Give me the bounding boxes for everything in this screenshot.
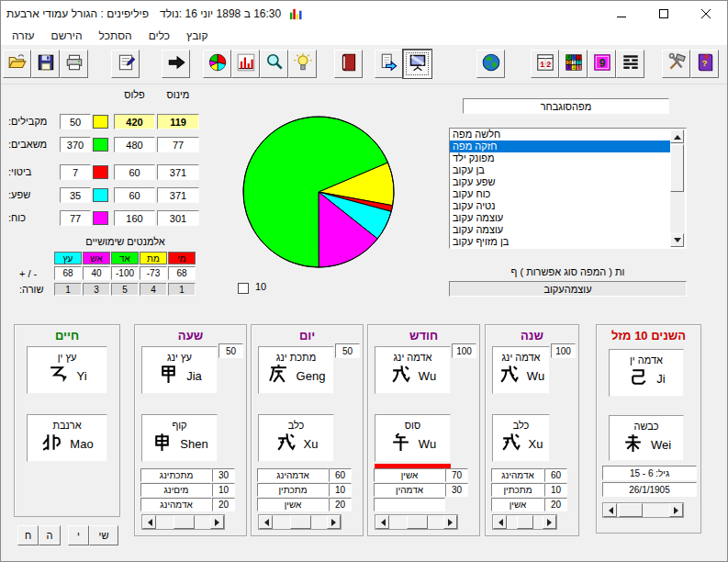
- scrollbar-thumb[interactable]: [407, 515, 428, 529]
- scrollbar-thumb[interactable]: [290, 515, 311, 529]
- menu-item-כלים[interactable]: כלים: [140, 28, 178, 44]
- minus-field: 371: [157, 164, 199, 180]
- menu-item-הירשם[interactable]: הירשם: [43, 28, 91, 44]
- luck-age-range: גיל: 6 - 15: [602, 466, 697, 480]
- toolbar-loshu-button[interactable]: 492357816: [559, 50, 588, 78]
- horizontal-scrollbar[interactable]: [375, 514, 458, 530]
- horizontal-scrollbar[interactable]: [258, 514, 342, 530]
- map-type-list-item[interactable]: עקוב בן: [450, 164, 670, 176]
- export-icon: [379, 52, 399, 76]
- counts-row: כוח:77160301: [8, 210, 212, 226]
- pillar-title: חיים: [15, 329, 119, 343]
- hidden-stem-name: ין אדמה: [374, 483, 445, 497]
- pillar-title: מזל 10 השנים: [597, 329, 700, 343]
- scroll-left-icon[interactable]: [603, 503, 617, 517]
- life-button-3[interactable]: י: [68, 525, 89, 545]
- listbox-scrollbar[interactable]: [670, 129, 685, 247]
- scroll-right-icon[interactable]: [443, 515, 457, 529]
- scroll-right-icon[interactable]: [327, 515, 341, 529]
- map-type-list-item[interactable]: עקוב מזויף בן: [450, 236, 670, 248]
- scroll-right-icon[interactable]: [210, 515, 224, 529]
- pillar-strength-value: 50: [335, 343, 360, 358]
- color-swatch: [93, 188, 108, 202]
- toolbar-report-button[interactable]: [334, 50, 363, 78]
- pillar-title: חודש: [368, 329, 479, 343]
- scroll-left-icon[interactable]: [493, 515, 507, 529]
- minimize-button[interactable]: [600, 1, 643, 27]
- life-button-2[interactable]: ה: [39, 525, 61, 545]
- branch-glyph-row: Xu: [259, 431, 333, 457]
- maximize-button[interactable]: [643, 1, 685, 27]
- stem-glyph-row: Yi: [28, 363, 106, 389]
- svg-text:1: 1: [540, 59, 544, 68]
- menu-item-קובץ[interactable]: קובץ: [178, 28, 216, 44]
- scroll-down-icon[interactable]: [670, 233, 684, 247]
- toolbar-tools-button[interactable]: [662, 50, 690, 78]
- counts-row-label: משאבים:: [8, 139, 47, 150]
- toolbar-help-button[interactable]: ?: [690, 50, 719, 78]
- map-type-list-item[interactable]: עקוב עוצמה: [450, 212, 670, 224]
- toolbar-hexagram-button[interactable]: [616, 50, 644, 78]
- toolbar-export-button[interactable]: [375, 50, 403, 78]
- element-plus-minus-value: 68: [54, 266, 82, 280]
- plus-field: 480: [114, 137, 155, 152]
- map-type-list-item[interactable]: עקוב נטיה: [450, 200, 670, 212]
- life-button-4[interactable]: שי: [89, 525, 118, 545]
- hidden-stem-name: ינג אדמה: [257, 468, 329, 482]
- toolbar-world-button[interactable]: [476, 50, 505, 78]
- map-type-listbox[interactable]: מפה חלשהמפה חזקהילד מפונקעקוב בןעקוב שפע…: [449, 128, 687, 249]
- menu-bar: עזרההירשםהסתכלכליםקובץ: [1, 27, 727, 45]
- branch-element-label: כלב: [493, 420, 549, 431]
- ten-checkbox[interactable]: [238, 283, 249, 294]
- toolbar-nine-star-button[interactable]: 9: [588, 50, 616, 78]
- scroll-left-icon[interactable]: [142, 515, 156, 529]
- toolbar-save-button[interactable]: [31, 50, 60, 78]
- scrollbar-thumb[interactable]: [619, 503, 643, 517]
- close-button[interactable]: [685, 1, 727, 27]
- scroll-up-icon[interactable]: [670, 129, 684, 143]
- toolbar-bar-chart-button[interactable]: [231, 50, 260, 78]
- scrollbar-thumb[interactable]: [517, 515, 533, 529]
- toolbar-properties-button[interactable]: [111, 50, 140, 78]
- scroll-right-icon[interactable]: [669, 503, 683, 517]
- map-type-list-item[interactable]: עקוב שפע: [450, 176, 670, 188]
- toolbar-go-button[interactable]: [162, 50, 190, 78]
- toolbar-zoom-button[interactable]: [260, 50, 288, 78]
- toolbar-presentation-button[interactable]: [403, 50, 431, 78]
- map-type-list-item[interactable]: עקוב עוצמה: [450, 224, 670, 236]
- scrollbar-thumb[interactable]: [174, 515, 195, 529]
- scrollbar-thumb[interactable]: [670, 144, 684, 192]
- life-button-1[interactable]: ח: [17, 525, 39, 545]
- branch-pinyin: Shen: [180, 437, 207, 451]
- toolbar-print-button[interactable]: [60, 50, 88, 78]
- menu-item-עזרה[interactable]: עזרה: [4, 28, 43, 44]
- stem-box: ינג אדמהWu: [492, 346, 550, 394]
- hanzi-glyph: [389, 363, 412, 386]
- map-type-list-item[interactable]: ילד מפונק: [450, 152, 670, 164]
- counts-row: מקבילים:50420119: [8, 114, 212, 129]
- stem-element-label: ינג אדמה: [493, 352, 549, 363]
- scroll-right-icon[interactable]: [543, 515, 556, 529]
- counts-row-label: שפע:: [8, 189, 30, 200]
- counts-panel: פלוסמינוסמקבילים:50420119משאבים:37048077…: [8, 89, 212, 240]
- toolbar-calendar-button[interactable]: 12: [531, 50, 559, 78]
- horizontal-scrollbar[interactable]: [602, 502, 684, 518]
- count-field: 7: [60, 164, 91, 180]
- hidden-stem-name: ין אש: [257, 498, 329, 511]
- pillar-hour: שעה50ינג עץJiaקוףShenינג מתכת30ינג מים10…: [134, 324, 247, 536]
- map-type-list-item[interactable]: עקוב כוח: [450, 188, 670, 200]
- map-type-list-item[interactable]: מפה חלשה: [450, 129, 670, 140]
- stem-element-label: ין עץ: [28, 352, 106, 363]
- ten-checkbox-label: 10: [255, 281, 266, 292]
- menu-item-הסתכל[interactable]: הסתכל: [91, 28, 140, 44]
- scroll-left-icon[interactable]: [375, 515, 389, 529]
- loshu-grid-icon: 492357816: [564, 52, 584, 76]
- scroll-left-icon[interactable]: [259, 515, 273, 529]
- horizontal-scrollbar[interactable]: [141, 514, 225, 530]
- toolbar-pie-chart-button[interactable]: [203, 50, 231, 78]
- horizontal-scrollbar[interactable]: [492, 514, 557, 530]
- toolbar-tips-button[interactable]: [288, 50, 317, 78]
- map-type-list-item[interactable]: מפה חזקה: [450, 140, 670, 152]
- branch-box: ארנבתMao: [27, 414, 107, 462]
- toolbar-open-button[interactable]: [3, 50, 31, 78]
